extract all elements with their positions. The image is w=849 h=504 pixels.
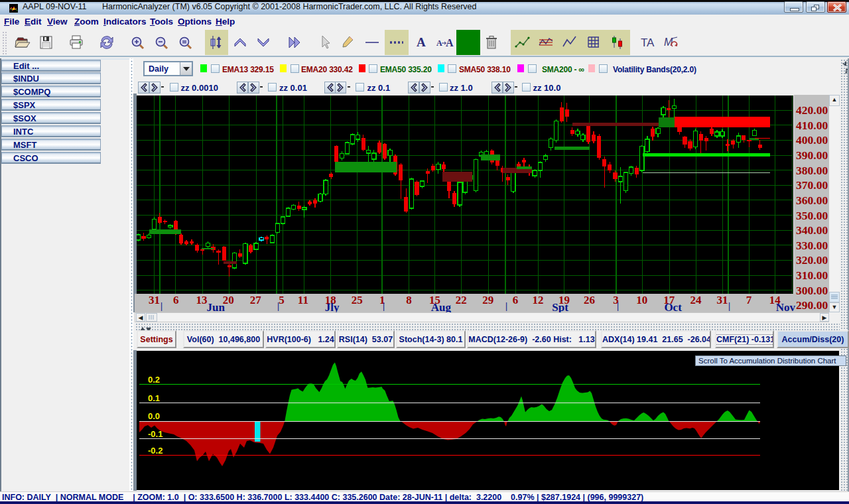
svg-text:A: A [436,38,442,48]
svg-text:A: A [446,37,454,48]
svg-text:-0.1: -0.1 [148,429,163,439]
svg-text:0.1: 0.1 [148,393,160,403]
svg-text:0.2: 0.2 [148,375,160,385]
svg-text:TA: TA [641,36,655,49]
svg-text:A: A [417,35,426,49]
svg-text:-0.2: -0.2 [148,446,163,456]
svg-text:0.0: 0.0 [148,411,160,421]
